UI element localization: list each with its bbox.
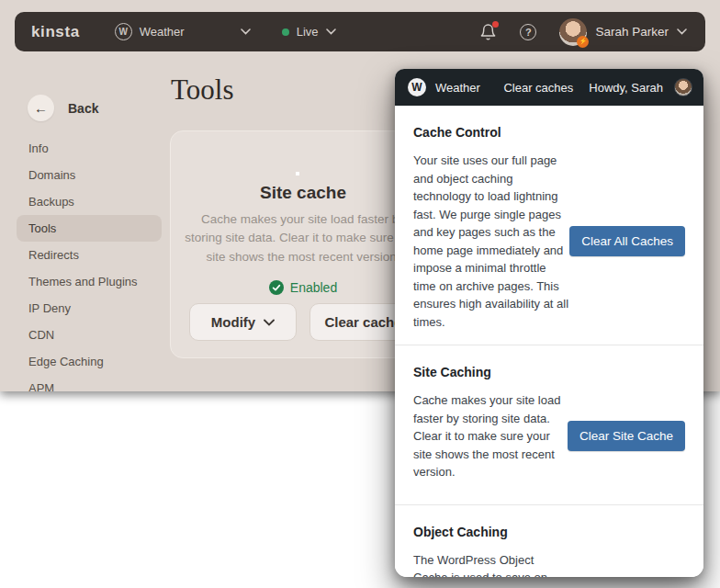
back-button[interactable]: ← [28, 95, 54, 121]
environment-label: Live [297, 25, 319, 39]
modify-button[interactable]: Modify [189, 303, 297, 341]
modify-label: Modify [211, 314, 255, 330]
cache-control-section: Cache Control Your site uses our full pa… [395, 106, 703, 345]
section-description: Cache makes your site load faster by sto… [413, 391, 568, 481]
clear-all-caches-button[interactable]: Clear All Caches [569, 226, 685, 256]
clear-cache-label: Clear cache [324, 314, 401, 330]
status-badge: Enabled [269, 280, 337, 295]
chevron-down-icon [326, 28, 336, 35]
sidebar-nav: Info Domains Backups Tools Redirects The… [17, 135, 162, 391]
page-title: Tools [171, 74, 233, 107]
wp-admin-cache-panel: W Weather Clear caches Howdy, Sarah Cach… [395, 69, 703, 577]
avatar-badge-icon: ⚡ [577, 36, 589, 48]
chevron-down-icon [677, 28, 687, 35]
cache-settings-body: Cache Control Your site uses our full pa… [395, 106, 703, 577]
wp-avatar[interactable] [674, 78, 692, 96]
back-navigation: ← Back [28, 95, 98, 121]
sidebar-item-backups[interactable]: Backups [17, 188, 162, 215]
card-description: Cache makes your site load faster by sto… [183, 210, 423, 266]
clear-site-cache-button[interactable]: Clear Site Cache [568, 421, 685, 451]
live-status-dot [282, 28, 289, 36]
notification-dot [492, 21, 499, 28]
wp-site-name[interactable]: Weather [435, 81, 480, 95]
user-menu[interactable]: ⚡ Sarah Parker [559, 18, 687, 46]
avatar: ⚡ [559, 18, 587, 46]
environment-selector-dropdown[interactable]: Live [282, 25, 336, 39]
card-actions: Modify Clear cache [189, 303, 417, 341]
sidebar-item-ip-deny[interactable]: IP Deny [17, 295, 162, 322]
site-selector-dropdown[interactable]: W Weather [115, 23, 251, 40]
wp-clear-caches-menu[interactable]: Clear caches [503, 81, 573, 95]
site-selector-label: Weather [140, 25, 185, 39]
wp-account-greeting[interactable]: Howdy, Sarah [589, 81, 663, 95]
object-caching-section: Object Caching The WordPress Object Cach… [395, 504, 703, 578]
wordpress-icon[interactable]: W [408, 78, 426, 96]
wordpress-icon: W [115, 23, 132, 40]
chevron-down-icon [264, 319, 275, 326]
section-title: Object Caching [413, 525, 685, 539]
site-caching-section: Site Caching Cache makes your site load … [395, 345, 703, 504]
top-navigation-bar: kinsta W Weather Live [15, 12, 705, 51]
check-circle-icon [269, 280, 284, 295]
topbar-actions: ? ⚡ Sarah Parker [479, 18, 687, 46]
section-description: Your site uses our full page and object … [413, 152, 569, 331]
sidebar-item-cdn[interactable]: CDN [17, 322, 162, 348]
section-title: Cache Control [413, 125, 685, 140]
back-label: Back [68, 101, 98, 116]
section-title: Site Caching [413, 365, 685, 379]
sidebar-item-tools[interactable]: Tools [17, 215, 162, 242]
sidebar-item-themes-and-plugins[interactable]: Themes and Plugins [17, 268, 162, 295]
sidebar-item-info[interactable]: Info [17, 135, 162, 162]
kinsta-logo: kinsta [31, 23, 80, 41]
sidebar-item-redirects[interactable]: Redirects [17, 242, 162, 268]
back-arrow-icon: ← [34, 100, 48, 116]
help-button[interactable]: ? [520, 24, 536, 40]
sidebar-item-edge-caching[interactable]: Edge Caching [17, 348, 162, 375]
wp-admin-bar: W Weather Clear caches Howdy, Sarah [395, 69, 703, 106]
section-description: The WordPress Object Cache is used to sa… [413, 551, 553, 578]
notifications-button[interactable] [479, 23, 497, 41]
chevron-down-icon [241, 28, 251, 35]
sidebar-item-apm[interactable]: APM [17, 375, 162, 391]
status-label: Enabled [290, 280, 337, 295]
sidebar-item-domains[interactable]: Domains [17, 162, 162, 188]
help-icon: ? [525, 27, 532, 38]
user-name: Sarah Parker [595, 25, 669, 39]
